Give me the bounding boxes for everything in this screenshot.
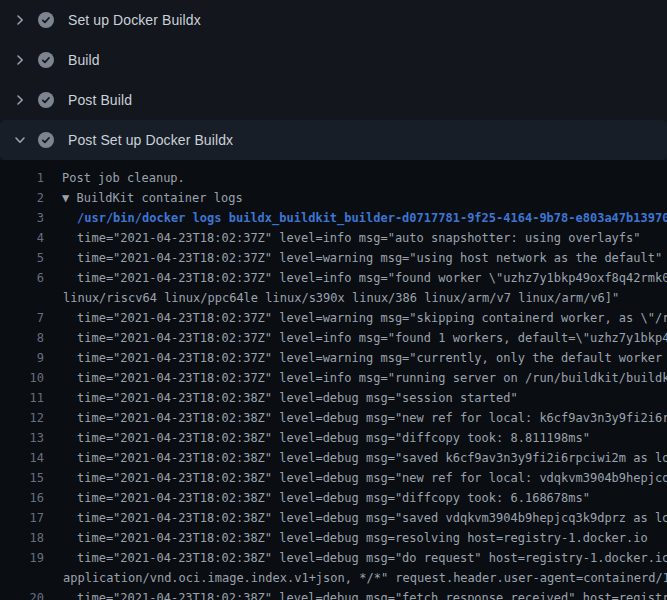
log-text: time="2021-04-23T18:02:38Z" level=debug …: [77, 528, 648, 548]
log-line[interactable]: 12time="2021-04-23T18:02:38Z" level=debu…: [0, 408, 667, 428]
step-label: Post Set up Docker Buildx: [68, 132, 233, 148]
log-text: linux/riscv64 linux/ppc64le linux/s390x …: [63, 288, 619, 308]
chevron-down-icon[interactable]: [12, 132, 28, 148]
log-line[interactable]: 10time="2021-04-23T18:02:37Z" level=info…: [0, 368, 667, 388]
log-line[interactable]: 3/usr/bin/docker logs buildx_buildkit_bu…: [0, 208, 667, 228]
log-text: time="2021-04-23T18:02:38Z" level=debug …: [77, 388, 518, 408]
step-label: Build: [68, 52, 100, 68]
log-area: 1Post job cleanup.2▼ BuildKit container …: [0, 160, 667, 600]
log-line[interactable]: 9time="2021-04-23T18:02:37Z" level=warni…: [0, 348, 667, 368]
check-circle-icon: [38, 92, 54, 108]
line-number[interactable]: 18: [0, 528, 44, 548]
line-number[interactable]: 12: [0, 408, 44, 428]
log-text: time="2021-04-23T18:02:37Z" level=warnin…: [77, 248, 662, 268]
line-number[interactable]: 14: [0, 448, 44, 468]
line-number[interactable]: 17: [0, 508, 44, 528]
check-circle-icon: [38, 132, 54, 148]
line-number[interactable]: 13: [0, 428, 44, 448]
chevron-right-icon[interactable]: [12, 52, 28, 68]
log-line[interactable]: 8time="2021-04-23T18:02:37Z" level=info …: [0, 328, 667, 348]
log-line[interactable]: 4time="2021-04-23T18:02:37Z" level=info …: [0, 228, 667, 248]
log-text: time="2021-04-23T18:02:37Z" level=info m…: [77, 328, 667, 348]
line-number[interactable]: 9: [0, 348, 44, 368]
log-line-continuation[interactable]: application/vnd.oci.image.index.v1+json,…: [0, 568, 667, 588]
line-number[interactable]: 19: [0, 548, 44, 568]
log-command-text: /usr/bin/docker logs buildx_buildkit_bui…: [77, 208, 667, 228]
log-line[interactable]: 7time="2021-04-23T18:02:37Z" level=warni…: [0, 308, 667, 328]
log-text: time="2021-04-23T18:02:38Z" level=debug …: [77, 448, 667, 468]
step-label: Post Build: [68, 92, 132, 108]
step-row-build[interactable]: Build: [0, 40, 667, 80]
chevron-right-icon[interactable]: [12, 92, 28, 108]
log-line[interactable]: 15time="2021-04-23T18:02:38Z" level=debu…: [0, 468, 667, 488]
step-label: Set up Docker Buildx: [68, 12, 201, 28]
log-line[interactable]: 19time="2021-04-23T18:02:38Z" level=debu…: [0, 548, 667, 568]
log-text: time="2021-04-23T18:02:38Z" level=debug …: [77, 408, 667, 428]
log-line[interactable]: 17time="2021-04-23T18:02:38Z" level=debu…: [0, 508, 667, 528]
line-number[interactable]: 3: [0, 208, 44, 228]
check-circle-icon: [38, 52, 54, 68]
log-text: time="2021-04-23T18:02:38Z" level=debug …: [77, 548, 667, 568]
step-row-post-set-up-docker-buildx[interactable]: Post Set up Docker Buildx: [0, 120, 667, 160]
log-text: ▼ BuildKit container logs: [62, 188, 243, 208]
line-number: [0, 288, 44, 308]
line-number[interactable]: 6: [0, 268, 44, 288]
log-line[interactable]: 1Post job cleanup.: [0, 168, 667, 188]
log-line[interactable]: 16time="2021-04-23T18:02:38Z" level=debu…: [0, 488, 667, 508]
log-text: time="2021-04-23T18:02:38Z" level=debug …: [77, 508, 667, 528]
line-number[interactable]: 5: [0, 248, 44, 268]
log-line[interactable]: 14time="2021-04-23T18:02:38Z" level=debu…: [0, 448, 667, 468]
log-text: time="2021-04-23T18:02:37Z" level=warnin…: [77, 348, 667, 368]
log-line[interactable]: 18time="2021-04-23T18:02:38Z" level=debu…: [0, 528, 667, 548]
line-number: [0, 568, 44, 588]
line-number[interactable]: 2: [0, 188, 44, 208]
line-number[interactable]: 16: [0, 488, 44, 508]
line-number[interactable]: 7: [0, 308, 44, 328]
line-number[interactable]: 4: [0, 228, 44, 248]
log-text: time="2021-04-23T18:02:37Z" level=info m…: [77, 228, 641, 248]
log-line[interactable]: 11time="2021-04-23T18:02:38Z" level=debu…: [0, 388, 667, 408]
log-line[interactable]: 13time="2021-04-23T18:02:38Z" level=debu…: [0, 428, 667, 448]
log-text: time="2021-04-23T18:02:37Z" level=info m…: [77, 268, 667, 288]
actions-log-viewer: Set up Docker BuildxBuildPost BuildPost …: [0, 0, 667, 600]
chevron-right-icon[interactable]: [12, 12, 28, 28]
log-text: application/vnd.oci.image.index.v1+json,…: [63, 568, 667, 588]
log-text: time="2021-04-23T18:02:37Z" level=info m…: [77, 368, 667, 388]
check-circle-icon: [38, 12, 54, 28]
log-text: time="2021-04-23T18:02:38Z" level=debug …: [77, 488, 590, 508]
log-line[interactable]: 2▼ BuildKit container logs: [0, 188, 667, 208]
step-row-set-up-docker-buildx[interactable]: Set up Docker Buildx: [0, 0, 667, 40]
step-row-post-build[interactable]: Post Build: [0, 80, 667, 120]
log-text: time="2021-04-23T18:02:38Z" level=debug …: [77, 588, 667, 600]
log-line-continuation[interactable]: linux/riscv64 linux/ppc64le linux/s390x …: [0, 288, 667, 308]
log-text: time="2021-04-23T18:02:38Z" level=debug …: [77, 428, 590, 448]
line-number[interactable]: 8: [0, 328, 44, 348]
log-line[interactable]: 6time="2021-04-23T18:02:37Z" level=info …: [0, 268, 667, 288]
line-number[interactable]: 20: [0, 588, 44, 600]
line-number[interactable]: 15: [0, 468, 44, 488]
line-number[interactable]: 10: [0, 368, 44, 388]
log-line[interactable]: 5time="2021-04-23T18:02:37Z" level=warni…: [0, 248, 667, 268]
line-number[interactable]: 1: [0, 168, 44, 188]
step-list: Set up Docker BuildxBuildPost BuildPost …: [0, 0, 667, 160]
log-text: time="2021-04-23T18:02:38Z" level=debug …: [77, 468, 667, 488]
line-number[interactable]: 11: [0, 388, 44, 408]
log-text: Post job cleanup.: [62, 168, 185, 188]
log-text: time="2021-04-23T18:02:37Z" level=warnin…: [77, 308, 667, 328]
log-line[interactable]: 20time="2021-04-23T18:02:38Z" level=debu…: [0, 588, 667, 600]
log-group-title[interactable]: BuildKit container logs: [76, 191, 242, 205]
collapse-triangle-icon[interactable]: ▼: [62, 191, 76, 205]
